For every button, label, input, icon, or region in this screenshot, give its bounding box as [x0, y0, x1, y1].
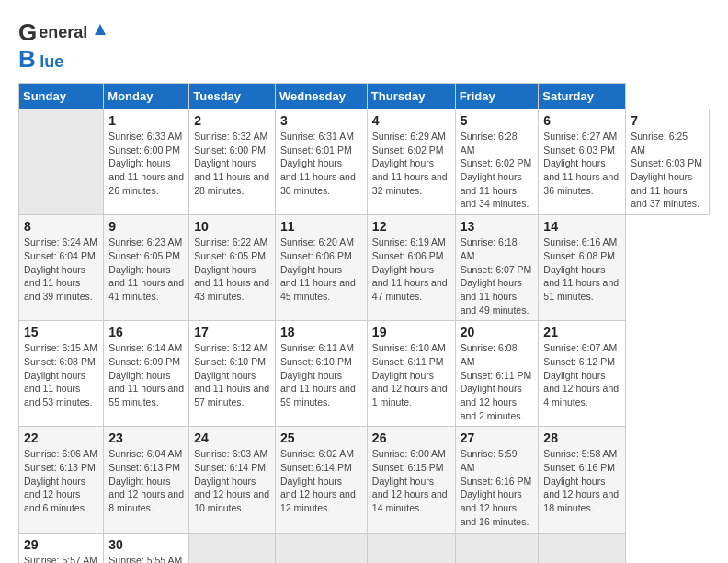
day-info: Sunrise: 5:59 AMSunset: 6:16 PMDaylight … — [461, 447, 534, 528]
calendar-day-cell: 21Sunrise: 6:07 AMSunset: 6:12 PMDayligh… — [539, 321, 626, 427]
day-info: Sunrise: 6:03 AMSunset: 6:14 PMDaylight … — [194, 447, 270, 514]
day-info: Sunrise: 6:27 AMSunset: 6:03 PMDaylight … — [543, 130, 620, 197]
day-number: 28 — [543, 431, 620, 445]
calendar-day-cell — [539, 533, 626, 563]
calendar-day-cell — [367, 533, 455, 563]
calendar-week-row: 1Sunrise: 6:33 AMSunset: 6:00 PMDaylight… — [19, 109, 710, 215]
day-number: 5 — [461, 113, 534, 128]
calendar-day-header: Tuesday — [189, 84, 276, 109]
day-number: 6 — [543, 113, 620, 128]
calendar-day-cell: 11Sunrise: 6:20 AMSunset: 6:06 PMDayligh… — [276, 215, 368, 321]
calendar-day-cell: 29Sunrise: 5:57 AMSunset: 6:17 PMDayligh… — [19, 533, 104, 563]
svg-marker-0 — [95, 24, 106, 35]
day-info: Sunrise: 6:32 AMSunset: 6:00 PMDaylight … — [194, 130, 270, 197]
day-number: 2 — [194, 113, 270, 128]
calendar-day-cell: 18Sunrise: 6:11 AMSunset: 6:10 PMDayligh… — [276, 321, 368, 427]
day-number: 7 — [631, 113, 704, 128]
calendar-day-cell: 12Sunrise: 6:19 AMSunset: 6:06 PMDayligh… — [367, 215, 455, 321]
day-info: Sunrise: 6:15 AMSunset: 6:08 PMDaylight … — [24, 341, 98, 408]
calendar-day-cell: 28Sunrise: 5:58 AMSunset: 6:16 PMDayligh… — [539, 427, 626, 533]
day-number: 8 — [24, 219, 98, 234]
day-info: Sunrise: 6:22 AMSunset: 6:05 PMDaylight … — [194, 236, 270, 303]
day-info: Sunrise: 6:06 AMSunset: 6:13 PMDaylight … — [24, 447, 98, 514]
calendar-day-cell: 3Sunrise: 6:31 AMSunset: 6:01 PMDaylight… — [276, 109, 368, 215]
day-number: 16 — [108, 325, 184, 339]
calendar-day-cell: 4Sunrise: 6:29 AMSunset: 6:02 PMDaylight… — [367, 109, 455, 215]
logo-general-rest: eneral — [39, 23, 87, 42]
day-info: Sunrise: 6:02 AMSunset: 6:14 PMDaylight … — [280, 447, 362, 514]
day-number: 12 — [372, 219, 450, 234]
day-info: Sunrise: 6:12 AMSunset: 6:10 PMDaylight … — [194, 341, 270, 408]
calendar-day-cell — [189, 533, 276, 563]
calendar-day-cell: 30Sunrise: 5:55 AMSunset: 6:18 PMDayligh… — [104, 533, 189, 563]
day-info: Sunrise: 6:07 AMSunset: 6:12 PMDaylight … — [543, 341, 620, 408]
day-info: Sunrise: 5:55 AMSunset: 6:18 PMDaylight … — [108, 554, 184, 564]
day-info: Sunrise: 6:28 AMSunset: 6:02 PMDaylight … — [461, 130, 534, 211]
calendar-week-row: 29Sunrise: 5:57 AMSunset: 6:17 PMDayligh… — [19, 533, 710, 563]
day-number: 13 — [461, 219, 534, 234]
logo-blue-b: B — [18, 45, 36, 73]
calendar-table: SundayMondayTuesdayWednesdayThursdayFrid… — [18, 83, 710, 563]
calendar-day-cell: 14Sunrise: 6:16 AMSunset: 6:08 PMDayligh… — [539, 215, 626, 321]
day-number: 11 — [280, 219, 362, 234]
day-info: Sunrise: 6:16 AMSunset: 6:08 PMDaylight … — [543, 236, 620, 303]
day-number: 29 — [24, 537, 98, 552]
day-number: 19 — [372, 325, 450, 339]
calendar-day-header: Saturday — [539, 84, 626, 109]
day-number: 10 — [194, 219, 270, 234]
day-info: Sunrise: 6:10 AMSunset: 6:11 PMDaylight … — [372, 341, 450, 408]
calendar-day-header: Thursday — [367, 84, 455, 109]
day-info: Sunrise: 6:20 AMSunset: 6:06 PMDaylight … — [280, 236, 362, 303]
day-number: 22 — [24, 431, 98, 445]
calendar-day-cell — [19, 109, 104, 215]
calendar-day-cell: 7Sunrise: 6:25 AMSunset: 6:03 PMDaylight… — [626, 109, 710, 215]
logo-blue-rest: lue — [40, 52, 63, 71]
logo-arrow-icon — [93, 22, 108, 40]
calendar-day-cell: 6Sunrise: 6:27 AMSunset: 6:03 PMDaylight… — [539, 109, 626, 215]
day-info: Sunrise: 6:04 AMSunset: 6:13 PMDaylight … — [108, 447, 184, 514]
day-number: 3 — [280, 113, 362, 128]
day-number: 9 — [108, 219, 184, 234]
day-number: 4 — [372, 113, 450, 128]
calendar-day-cell: 24Sunrise: 6:03 AMSunset: 6:14 PMDayligh… — [189, 427, 276, 533]
calendar-day-header: Monday — [104, 84, 189, 109]
day-info: Sunrise: 6:33 AMSunset: 6:00 PMDaylight … — [108, 130, 184, 197]
day-info: Sunrise: 5:57 AMSunset: 6:17 PMDaylight … — [24, 554, 98, 564]
day-info: Sunrise: 6:19 AMSunset: 6:06 PMDaylight … — [372, 236, 450, 303]
day-info: Sunrise: 6:29 AMSunset: 6:02 PMDaylight … — [372, 130, 450, 197]
day-info: Sunrise: 6:24 AMSunset: 6:04 PMDaylight … — [24, 236, 98, 303]
calendar-week-row: 8Sunrise: 6:24 AMSunset: 6:04 PMDaylight… — [19, 215, 710, 321]
calendar-day-cell: 26Sunrise: 6:00 AMSunset: 6:15 PMDayligh… — [367, 427, 455, 533]
calendar-day-cell: 13Sunrise: 6:18 AMSunset: 6:07 PMDayligh… — [455, 215, 539, 321]
day-number: 23 — [108, 431, 184, 445]
day-number: 25 — [280, 431, 362, 445]
calendar-day-cell: 17Sunrise: 6:12 AMSunset: 6:10 PMDayligh… — [189, 321, 276, 427]
calendar-day-cell: 1Sunrise: 6:33 AMSunset: 6:00 PMDaylight… — [104, 109, 189, 215]
day-number: 30 — [108, 537, 184, 552]
day-info: Sunrise: 5:58 AMSunset: 6:16 PMDaylight … — [543, 447, 620, 514]
calendar-day-cell: 19Sunrise: 6:10 AMSunset: 6:11 PMDayligh… — [367, 321, 455, 427]
day-info: Sunrise: 6:11 AMSunset: 6:10 PMDaylight … — [280, 341, 362, 408]
day-number: 1 — [108, 113, 184, 128]
day-number: 14 — [543, 219, 620, 234]
day-number: 20 — [461, 325, 534, 339]
day-number: 26 — [372, 431, 450, 445]
calendar-day-cell: 15Sunrise: 6:15 AMSunset: 6:08 PMDayligh… — [19, 321, 104, 427]
calendar-day-cell: 10Sunrise: 6:22 AMSunset: 6:05 PMDayligh… — [189, 215, 276, 321]
calendar-day-cell: 23Sunrise: 6:04 AMSunset: 6:13 PMDayligh… — [104, 427, 189, 533]
day-info: Sunrise: 6:31 AMSunset: 6:01 PMDaylight … — [280, 130, 362, 197]
calendar-header-row: SundayMondayTuesdayWednesdayThursdayFrid… — [19, 84, 710, 109]
calendar-day-cell — [276, 533, 368, 563]
calendar-week-row: 22Sunrise: 6:06 AMSunset: 6:13 PMDayligh… — [19, 427, 710, 533]
day-number: 24 — [194, 431, 270, 445]
calendar-day-cell: 27Sunrise: 5:59 AMSunset: 6:16 PMDayligh… — [455, 427, 539, 533]
calendar-day-header: Sunday — [19, 84, 104, 109]
calendar-day-cell: 22Sunrise: 6:06 AMSunset: 6:13 PMDayligh… — [19, 427, 104, 533]
day-number: 21 — [543, 325, 620, 339]
day-info: Sunrise: 6:08 AMSunset: 6:11 PMDaylight … — [461, 341, 534, 422]
calendar-day-cell: 9Sunrise: 6:23 AMSunset: 6:05 PMDaylight… — [104, 215, 189, 321]
day-info: Sunrise: 6:25 AMSunset: 6:03 PMDaylight … — [631, 130, 704, 211]
calendar-day-cell: 2Sunrise: 6:32 AMSunset: 6:00 PMDaylight… — [189, 109, 276, 215]
calendar-week-row: 15Sunrise: 6:15 AMSunset: 6:08 PMDayligh… — [19, 321, 710, 427]
calendar-day-header: Wednesday — [276, 84, 368, 109]
